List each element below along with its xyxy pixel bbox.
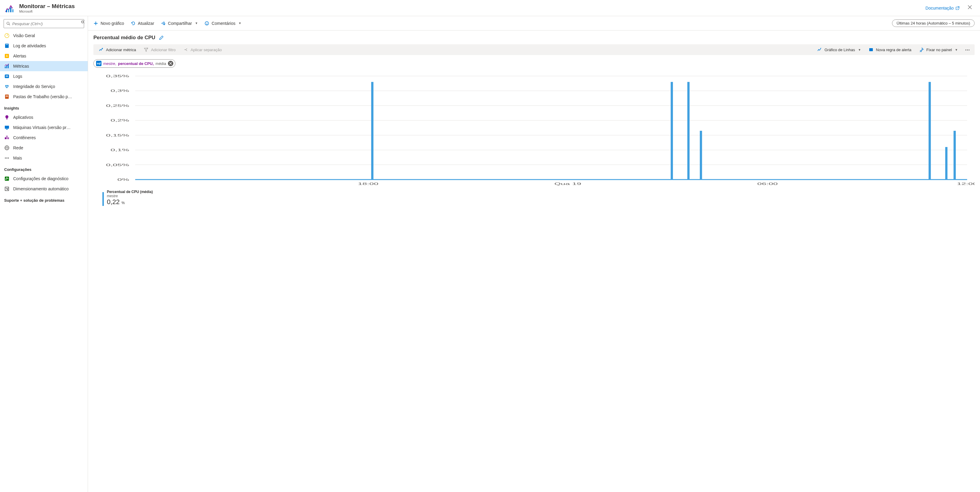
workbook-icon [4, 94, 10, 99]
filter-icon [144, 47, 148, 52]
sidebar-item-label: Aplicativos [13, 115, 33, 120]
chart-toolbar: Adicionar métrica Adicionar filtro Aplic… [93, 44, 975, 55]
sidebar-item-label: Pastas de Trabalho (versão p… [13, 94, 72, 99]
sidebar-item-containers[interactable]: Contêineres [0, 133, 88, 143]
apply-split-label: Aplicar separação [191, 48, 222, 52]
add-filter-label: Adicionar filtro [151, 48, 175, 52]
collapse-sidebar-button[interactable] [80, 19, 86, 26]
sidebar-item-more[interactable]: Mais [0, 153, 88, 163]
refresh-icon [131, 21, 135, 26]
svg-text:0,35%: 0,35% [106, 74, 129, 78]
sidebar-item-label: Alertas [13, 54, 26, 58]
pin-label: Fixar no painel [926, 48, 952, 52]
refresh-label: Atualizar [138, 21, 154, 26]
svg-rect-12 [5, 75, 9, 78]
svg-rect-9 [5, 67, 6, 68]
sidebar-item-logs[interactable]: Logs [0, 71, 88, 81]
chart-legend: Percentual de CPU (média) mestre 0,22 % [93, 190, 975, 206]
chart-title: Percentual médio de CPU [93, 35, 155, 41]
sidebar-item-gauge[interactable]: Visão Geral [0, 30, 88, 41]
bell-square-icon [4, 53, 10, 59]
autoscale-icon [4, 186, 10, 192]
svg-rect-3 [12, 9, 13, 12]
chevron-down-icon: ▼ [195, 22, 198, 25]
sidebar-item-label: Logs [13, 74, 22, 79]
svg-point-26 [8, 157, 9, 158]
legend-unit: % [121, 201, 125, 205]
svg-text:0,1%: 0,1% [110, 148, 129, 152]
page-subtitle: Microsoft [19, 10, 75, 13]
command-bar: Novo gráfico Atualizar Compartilhar ▼ Co… [88, 16, 980, 30]
external-link-icon [955, 6, 959, 10]
share-button[interactable]: Compartilhar ▼ [161, 21, 198, 26]
bulb-icon [4, 114, 10, 120]
sidebar-item-autoscale[interactable]: Dimensionamento automático [0, 184, 88, 194]
svg-rect-1 [8, 9, 9, 12]
documentation-link[interactable]: Documentação [926, 6, 959, 11]
metric-chip[interactable]: sql mestre, percentual de CPU, média [93, 59, 175, 68]
share-icon [161, 21, 165, 26]
chip-metric: percentual de CPU, [118, 61, 154, 66]
sidebar-item-label: Log de atividades [13, 43, 46, 48]
chip-remove-button[interactable] [168, 61, 173, 66]
svg-point-30 [206, 22, 207, 23]
metrics-chart[interactable]: 0%0,05%0,1%0,15%0,2%0,25%0,3%0,35%18:00Q… [93, 73, 975, 187]
search-input[interactable] [12, 22, 81, 26]
sidebar-item-label: Integridade do Serviço [13, 84, 55, 89]
svg-text:12:00: 12:00 [957, 182, 975, 186]
new-alert-button[interactable]: Nova regra de alerta [865, 46, 915, 53]
sql-badge-icon: sql [96, 61, 102, 66]
feedback-icon [204, 21, 209, 26]
chevron-down-icon: ▼ [955, 48, 958, 51]
sidebar-item-globe[interactable]: Rede [0, 143, 88, 153]
sidebar-item-vm[interactable]: Máquinas Virtuais (versão pr… [0, 122, 88, 133]
sidebar-search[interactable] [3, 19, 84, 28]
svg-text:0%: 0% [117, 178, 129, 181]
svg-rect-20 [7, 137, 9, 139]
heart-icon [4, 84, 10, 89]
apply-split-button: Aplicar separação [180, 46, 225, 53]
sidebar-item-heart[interactable]: Integridade do Serviço [0, 81, 88, 92]
line-chart-icon [817, 47, 822, 52]
book-icon [4, 43, 10, 49]
svg-text:0,15%: 0,15% [106, 133, 129, 137]
sidebar-item-bulb[interactable]: Aplicativos [0, 112, 88, 122]
edit-icon[interactable] [159, 35, 164, 40]
gauge-icon [4, 33, 10, 38]
feedback-button[interactable]: Comentários ▼ [204, 21, 241, 26]
sidebar-item-label: Máquinas Virtuais (versão pr… [13, 125, 71, 130]
sidebar-item-label: Mais [13, 156, 22, 160]
sidebar-item-label: Visão Geral [13, 33, 35, 38]
sidebar-item-label: Contêineres [13, 135, 36, 140]
more-options-button[interactable]: ⋯ [963, 47, 972, 53]
add-metric-button[interactable]: Adicionar métrica [96, 46, 139, 53]
metrics-icon [4, 63, 10, 69]
diag-icon [4, 176, 10, 181]
new-chart-label: Novo gráfico [100, 21, 124, 26]
split-icon [183, 47, 188, 52]
chevron-down-icon: ▼ [858, 48, 861, 51]
sidebar-item-book[interactable]: Log de atividades [0, 41, 88, 51]
sidebar: Visão Geral Log de atividades Alertas Mé… [0, 16, 88, 492]
svg-point-4 [7, 22, 9, 25]
sidebar-item-workbook[interactable]: Pastas de Trabalho (versão p… [0, 92, 88, 102]
sidebar-item-diag[interactable]: Configurações de diagnóstico [0, 174, 88, 184]
logs-icon [4, 74, 10, 79]
sidebar-section-header: Suporte + solução de problemas [0, 194, 88, 205]
refresh-button[interactable]: Atualizar [131, 21, 154, 26]
pin-button[interactable]: Fixar no painel ▼ [916, 46, 961, 53]
svg-text:0,2%: 0,2% [110, 119, 129, 122]
sidebar-item-metrics[interactable]: Métricas [0, 61, 88, 71]
legend-resource-name: mestre [107, 194, 153, 198]
legend-series-name: Percentual de CPU (média) [107, 190, 153, 194]
chart-type-dropdown[interactable]: Gráfico de Linhas ▼ [814, 46, 864, 53]
sidebar-item-label: Dimensionamento automático [13, 186, 68, 191]
svg-rect-19 [5, 137, 6, 139]
new-chart-button[interactable]: Novo gráfico [93, 21, 124, 26]
svg-rect-15 [6, 96, 8, 97]
sidebar-item-bell-square[interactable]: Alertas [0, 51, 88, 61]
svg-point-24 [5, 157, 6, 158]
time-range-picker[interactable]: Últimas 24 horas (Automático – 5 minutos… [892, 19, 975, 27]
close-button[interactable] [965, 3, 975, 12]
chart-type-label: Gráfico de Linhas [824, 48, 855, 52]
